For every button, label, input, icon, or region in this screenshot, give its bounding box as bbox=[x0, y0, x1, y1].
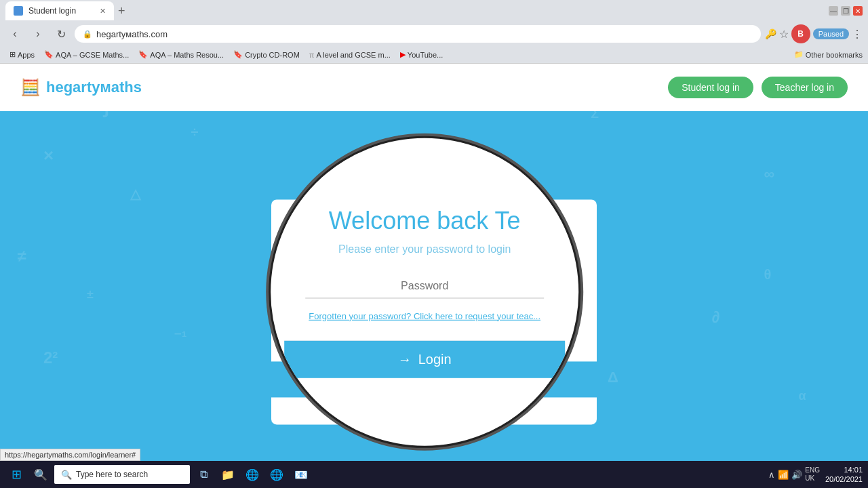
taskbar-clock: 14:01 20/02/2021 bbox=[825, 465, 863, 485]
system-tray-icons: ∧ 📶 🔊 ENGUK bbox=[768, 466, 820, 483]
bookmarks-apps[interactable]: ⊞ Apps bbox=[5, 49, 39, 60]
network-icon: 📶 bbox=[778, 470, 789, 480]
task-view-icon: ⧉ bbox=[200, 468, 208, 481]
page-content: ✏️ ∫ ÷ π ∑ √ × △ ∞ ≠ ± ⁻¹ 2² θ ∂ α Δ β =… bbox=[0, 64, 868, 470]
paused-badge: Paused bbox=[813, 28, 849, 39]
tab-title: Student login bbox=[28, 6, 76, 16]
browser-side-icons: 🔑 ☆ B Paused ⋮ bbox=[765, 24, 863, 43]
password-input[interactable] bbox=[305, 290, 563, 317]
status-bar: https://hegartymaths.com/login/learner# bbox=[0, 449, 140, 461]
address-bar-row: ‹ › ↻ 🔒 hegartyмaths.com 🔑 ☆ B Paused ⋮ bbox=[0, 22, 868, 46]
star-icon[interactable]: ☆ bbox=[779, 28, 789, 41]
back-button[interactable]: ‹ bbox=[5, 24, 24, 43]
apps-icon: ⊞ bbox=[9, 50, 16, 59]
window-controls: — ❐ ✕ bbox=[829, 6, 863, 16]
edge-icon: 🌐 bbox=[245, 468, 259, 481]
file-explorer-button[interactable]: 📁 bbox=[217, 464, 239, 485]
windows-logo-icon: ⊞ bbox=[12, 467, 22, 482]
file-explorer-icon: 📁 bbox=[221, 468, 235, 481]
taskbar-search-text: Type here to search bbox=[76, 470, 148, 479]
taskbar: ⊞ 🔍 🔍 Type here to search ⧉ 📁 🌐 🌐 📧 ∧ 📶 … bbox=[0, 461, 868, 488]
logo-icon: 🧮 bbox=[20, 78, 41, 97]
bookmarks-youtube[interactable]: ▶ YouTube... bbox=[396, 49, 447, 60]
student-login-button[interactable]: Student log in bbox=[668, 77, 753, 98]
forgot-password-link[interactable]: Forgotten your password? Click here to r… bbox=[305, 331, 563, 341]
tab-close-button[interactable]: ✕ bbox=[100, 7, 106, 16]
bookmarks-bar: ⊞ Apps 🔖 AQA – GCSE Maths... 🔖 AQA – Mat… bbox=[0, 46, 868, 64]
search-taskbar-icon: 🔍 bbox=[34, 468, 47, 481]
login-label: Login bbox=[429, 372, 458, 386]
youtube-icon: ▶ bbox=[400, 50, 406, 59]
task-view-button[interactable]: ⧉ bbox=[193, 464, 214, 485]
volume-icon: 🔊 bbox=[791, 470, 802, 480]
address-text: hegartyмaths.com bbox=[96, 29, 167, 39]
bookmarks-alevel[interactable]: π A level and GCSE m... bbox=[305, 49, 395, 60]
new-tab-button[interactable]: + bbox=[114, 4, 130, 18]
edge-button[interactable]: 🌐 bbox=[241, 464, 263, 485]
bookmark-icon-3: 🔖 bbox=[233, 50, 243, 59]
app-button-1[interactable]: 📧 bbox=[290, 464, 312, 485]
login-button[interactable]: → Login bbox=[271, 361, 597, 397]
taskbar-search-box[interactable]: 🔍 Type here to search bbox=[54, 465, 190, 484]
other-bookmarks[interactable]: 📁 Other bookmarks bbox=[794, 50, 863, 59]
browser-chrome: Student login ✕ + — ❐ ✕ ‹ › ↻ 🔒 hegartyм… bbox=[0, 0, 868, 64]
bookmark-icon-2: 🔖 bbox=[138, 50, 148, 59]
language-label: ENGUK bbox=[805, 466, 820, 483]
bookmark-icon-1: 🔖 bbox=[44, 50, 54, 59]
logo[interactable]: 🧮 hegartyмaths bbox=[20, 78, 142, 97]
profile-button[interactable]: B bbox=[791, 24, 810, 43]
bookmarks-crypto[interactable]: 🔖 Crypto CD-ROM bbox=[229, 49, 304, 60]
taskbar-search-icon: 🔍 bbox=[61, 470, 72, 480]
key-icon: 🔑 bbox=[765, 28, 776, 39]
folder-icon: 📁 bbox=[794, 50, 804, 59]
tab-favicon bbox=[14, 6, 23, 16]
logo-text: hegartyмaths bbox=[46, 79, 142, 96]
chrome-icon: 🌐 bbox=[270, 468, 283, 481]
taskbar-right: ∧ 📶 🔊 ENGUK 14:01 20/02/2021 bbox=[768, 465, 863, 485]
taskbar-date-display: 20/02/2021 bbox=[825, 474, 863, 484]
apps-label: Apps bbox=[18, 51, 35, 59]
login-card: Welcome back Te Please enter your passwo… bbox=[271, 199, 597, 424]
forward-button[interactable]: › bbox=[28, 24, 47, 43]
login-arrow-icon: → bbox=[410, 372, 422, 386]
bookmarks-aqa-maths[interactable]: 🔖 AQA – Maths Resou... bbox=[134, 49, 228, 60]
minimize-button[interactable]: — bbox=[829, 6, 838, 16]
bookmark-icon-4: π bbox=[309, 51, 315, 59]
maximize-button[interactable]: ❐ bbox=[841, 6, 850, 16]
welcome-subtitle: Please enter your password to login bbox=[305, 258, 563, 270]
navbar-buttons: Student log in Teacher log in bbox=[668, 77, 848, 98]
app-icon-1: 📧 bbox=[294, 468, 308, 481]
address-bar[interactable]: 🔒 hegartyмaths.com bbox=[75, 25, 761, 43]
chrome-button[interactable]: 🌐 bbox=[266, 464, 288, 485]
lock-icon: 🔒 bbox=[83, 30, 92, 39]
taskbar-time-display: 14:01 bbox=[825, 465, 863, 474]
refresh-button[interactable]: ↻ bbox=[52, 24, 71, 43]
windows-start-button[interactable]: ⊞ bbox=[5, 464, 27, 485]
close-button[interactable]: ✕ bbox=[853, 6, 863, 16]
navbar: 🧮 hegartyмaths Student log in Teacher lo… bbox=[0, 64, 868, 111]
search-taskbar-button[interactable]: 🔍 bbox=[30, 464, 52, 485]
welcome-title: Welcome back Te bbox=[305, 226, 563, 251]
browser-tab[interactable]: Student login ✕ bbox=[5, 1, 114, 20]
menu-icon[interactable]: ⋮ bbox=[852, 28, 863, 41]
bookmarks-aqa-gcse[interactable]: 🔖 AQA – GCSE Maths... bbox=[40, 49, 133, 60]
title-bar: Student login ✕ + — ❐ ✕ bbox=[0, 0, 868, 22]
up-arrow-icon[interactable]: ∧ bbox=[768, 470, 775, 480]
teacher-login-button[interactable]: Teacher log in bbox=[762, 77, 848, 98]
